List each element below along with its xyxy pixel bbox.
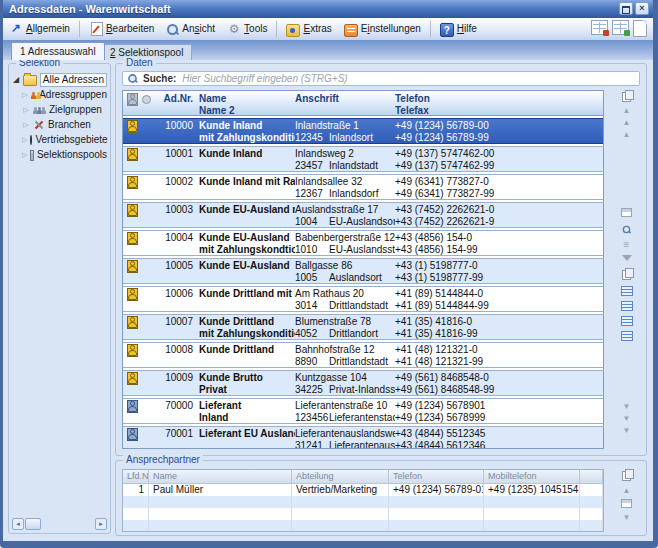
address-name: Lieferant EU Ausland	[199, 428, 295, 440]
address-row[interactable]: 10003 Kunde EU-Ausland mit Rabatt Auslan…	[123, 202, 603, 228]
copy-icon[interactable]	[620, 90, 633, 103]
contact-row-empty[interactable]	[123, 508, 603, 520]
search-bar[interactable]: Suche:	[122, 71, 640, 86]
address-number: 10007	[155, 315, 199, 328]
address-street: Bahnhofstraße 12	[295, 344, 395, 356]
address-row[interactable]: 10001 Kunde Inland Inlandsweg 223457Inla…	[123, 146, 603, 172]
address-city: Inlandstadt	[329, 160, 378, 171]
list-view-icon-2[interactable]	[620, 301, 633, 314]
address-row[interactable]: 10006 Kunde Drittland mit Rabatt Am Rath…	[123, 286, 603, 312]
green-marker-icon	[624, 30, 630, 36]
tree-horizontal-scrollbar[interactable]: ◄ ►	[12, 518, 107, 530]
search-detail-icon[interactable]	[620, 223, 633, 239]
address-name2: mit Zahlungskonditionen	[199, 328, 295, 340]
contact-row[interactable]: 1 Paul Müller Vertrieb/Marketing +49 (12…	[123, 484, 603, 496]
copy-icon[interactable]	[620, 469, 633, 482]
list-view-icon-4[interactable]	[620, 331, 633, 344]
person-icon	[127, 428, 138, 441]
page-down-icon[interactable]: ▼	[620, 414, 633, 424]
menu-bearbeiten[interactable]: Bearbeiten	[84, 20, 159, 38]
contact-row-empty[interactable]	[123, 520, 603, 532]
address-name: Kunde Inland mit Rabatt	[199, 176, 295, 188]
address-row[interactable]: 10004 Kunde EU-Auslandmit Zahlungskondti…	[123, 230, 603, 256]
tree-item-vertriebsgebiete[interactable]: ▷ Vertriebsgebiete	[22, 132, 107, 147]
address-name: Kunde Brutto	[199, 372, 295, 384]
address-telefax: +43 (1) 5198777-99	[395, 272, 603, 284]
address-city: Auslandsort	[329, 272, 382, 283]
tab-adressauswahl[interactable]: 1 Adressauswahl	[11, 42, 105, 60]
close-button[interactable]: ×	[635, 2, 649, 15]
scroll-to-top-icon[interactable]: ▲	[620, 106, 633, 116]
contact-card-icon[interactable]	[620, 499, 633, 511]
tree-item-adressgruppen[interactable]: ▷ Adressgruppen	[22, 87, 107, 102]
tree-expanded-icon[interactable]: ◢	[12, 72, 20, 87]
contact-row-up-icon[interactable]: ▲	[620, 486, 633, 496]
tree-collapsed-icon[interactable]: ▷	[22, 132, 27, 147]
contact-table: Lfd.Nr. Name Abteilung Telefon Mobiltele…	[122, 469, 604, 532]
list-view-icon-3[interactable]	[620, 316, 633, 329]
contact-row-down-icon[interactable]: ▼	[620, 513, 633, 523]
daten-panel: Daten Suche: Ad.Nr. NameName 2 Anschrift…	[115, 63, 647, 456]
address-number: 10008	[155, 343, 199, 356]
scroll-right-icon[interactable]: ►	[95, 518, 107, 530]
list-view-icon-1[interactable]	[620, 286, 633, 299]
tree-item-branchen[interactable]: ▷ Branchen	[22, 117, 107, 132]
tree-item-alle-adressen[interactable]: ◢ Alle Adressen	[12, 72, 107, 87]
menu-hilfe[interactable]: ? Hilfe	[435, 20, 482, 38]
address-street: Auslandsstraße 17	[295, 204, 395, 216]
address-row[interactable]: 10002 Kunde Inland mit Rabatt Inlandsall…	[123, 174, 603, 200]
address-telefon: +43 (7452) 2262621-0	[395, 204, 603, 216]
address-row[interactable]: 10009 Kunde BruttoPrivat Kuntzgasse 1043…	[123, 370, 603, 396]
contact-row-empty[interactable]	[123, 496, 603, 508]
copy-row-icon[interactable]	[620, 268, 633, 281]
tree-collapsed-icon[interactable]: ▷	[22, 87, 27, 102]
address-telefon: +49 (6341) 773827-0	[395, 176, 603, 188]
menu-ansicht[interactable]: Ansicht	[161, 20, 220, 38]
address-row[interactable]: 10008 Kunde Drittland Bahnhofstraße 1288…	[123, 342, 603, 368]
menu-allgemein[interactable]: ↗ Allgemein	[4, 20, 75, 38]
address-row[interactable]: 70001 Lieferant EU Ausland Lieferantenau…	[123, 426, 603, 449]
filter-icon[interactable]	[620, 254, 633, 264]
address-name: Kunde Inland	[199, 120, 295, 132]
address-row[interactable]: 70000 LieferantInland Lieferantenstraße …	[123, 398, 603, 424]
new-document-icon[interactable]	[633, 20, 647, 37]
tree-item-selektionspools[interactable]: ▷ Selektionspools	[22, 147, 107, 162]
contact-side-toolbar: ▲ ▼	[618, 469, 636, 532]
address-name: Kunde Drittland	[199, 344, 295, 356]
card-view-icon[interactable]	[620, 208, 633, 220]
tree-collapsed-icon[interactable]: ▷	[22, 102, 30, 117]
menu-tools[interactable]: ⚙ Tools	[222, 20, 272, 38]
address-city: Lieferantenauslandsort	[329, 440, 395, 449]
menu-einstellungen[interactable]: Einstellungen	[339, 20, 426, 38]
address-telefax: +41 (89) 5144844-99	[395, 300, 603, 312]
restore-button[interactable]	[619, 2, 633, 15]
address-number: 10006	[155, 287, 199, 300]
header-anschrift: Anschrift	[295, 92, 395, 105]
page-up-icon[interactable]: ▲	[620, 118, 633, 128]
datasheet-green-icon[interactable]	[612, 20, 629, 35]
scrollbar-thumb[interactable]	[25, 518, 41, 530]
scroll-to-bottom-icon[interactable]: ▼	[620, 426, 633, 436]
tree-item-zielgruppen[interactable]: ▷ Zielgruppen	[22, 102, 107, 117]
sort-icon[interactable]: ≡	[620, 240, 633, 250]
tree-collapsed-icon[interactable]: ▷	[22, 117, 30, 132]
table-side-toolbar: ▲ ▲ ▲ ≡ ▼ ▼ ▼	[618, 90, 636, 449]
header-adnr: Ad.Nr.	[155, 92, 199, 105]
datasheet-red-icon[interactable]	[591, 20, 608, 35]
address-name2: mit Zahlungskondtionen	[199, 244, 295, 256]
address-city: Drittlandstadt	[329, 300, 388, 311]
scroll-left-icon[interactable]: ◄	[12, 518, 24, 530]
address-zip: 8890	[295, 356, 329, 368]
menu-extras[interactable]: Extras	[281, 20, 336, 38]
tree-collapsed-icon[interactable]: ▷	[22, 147, 27, 162]
address-number: 10002	[155, 175, 199, 188]
menu-bar: ↗ Allgemein Bearbeiten Ansicht ⚙ Tools E…	[3, 18, 653, 41]
row-down-icon[interactable]: ▼	[620, 402, 633, 412]
address-row[interactable]: 10005 Kunde EU-Ausland Ballgasse 861005A…	[123, 258, 603, 284]
main-content: Selektion ◢ Alle Adressen ▷ Adressgruppe…	[3, 60, 653, 541]
search-input[interactable]	[180, 72, 636, 85]
address-row[interactable]: 10007 Kunde Drittlandmit Zahlungskonditi…	[123, 314, 603, 340]
row-up-icon[interactable]: ▲	[620, 130, 633, 140]
selection-tree: ◢ Alle Adressen ▷ Adressgruppen ▷ Zielgr…	[12, 72, 107, 162]
address-row[interactable]: 10000 Kunde Inlandmit Zahlungskondition …	[123, 118, 603, 144]
